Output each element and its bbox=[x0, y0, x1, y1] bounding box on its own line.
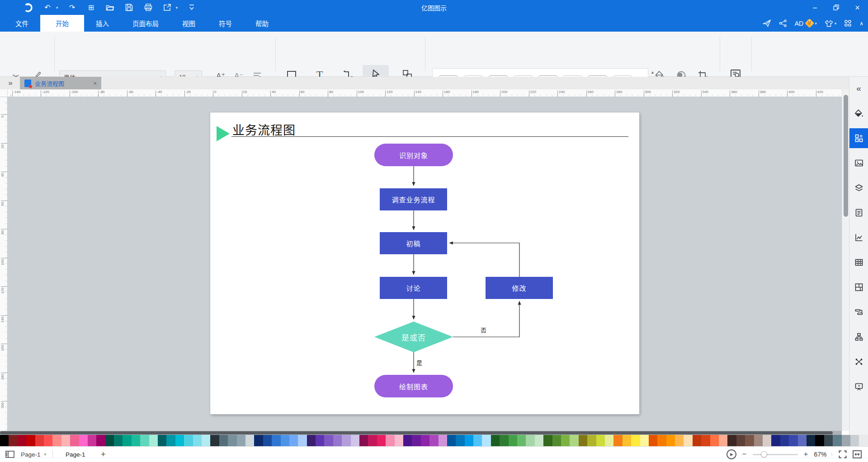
color-swatch[interactable] bbox=[535, 435, 543, 446]
color-swatch[interactable] bbox=[763, 435, 771, 446]
color-swatch[interactable] bbox=[88, 435, 96, 446]
color-swatch[interactable] bbox=[807, 435, 815, 446]
sidebar-collapse-icon[interactable]: « bbox=[849, 79, 868, 98]
color-swatch[interactable] bbox=[403, 435, 412, 446]
close-button[interactable]: × bbox=[847, 0, 868, 15]
collapse-ribbon-icon[interactable]: ∧ bbox=[859, 21, 863, 26]
flowchart-node[interactable]: 修改 bbox=[486, 277, 553, 299]
undo-icon[interactable]: ↶ bbox=[42, 3, 52, 13]
color-swatch[interactable] bbox=[359, 435, 368, 446]
color-swatch[interactable] bbox=[52, 435, 61, 446]
horizontal-scrollbar[interactable] bbox=[0, 431, 842, 435]
sidebar-layers-icon[interactable] bbox=[849, 178, 868, 198]
canvas-page[interactable]: 业务流程图 识别对象调查业务流程 bbox=[210, 112, 639, 414]
color-swatch[interactable] bbox=[395, 435, 403, 446]
color-swatch[interactable] bbox=[351, 435, 359, 446]
color-swatch[interactable] bbox=[666, 435, 675, 446]
color-swatch[interactable] bbox=[815, 435, 824, 446]
color-swatch[interactable] bbox=[587, 435, 596, 446]
color-swatch[interactable] bbox=[745, 435, 754, 446]
color-swatch[interactable] bbox=[561, 435, 570, 446]
theme-switch[interactable]: ▾ bbox=[825, 20, 837, 27]
color-swatch[interactable] bbox=[114, 435, 123, 446]
color-swatch[interactable] bbox=[429, 435, 438, 446]
color-swatch[interactable] bbox=[202, 435, 210, 446]
minimize-button[interactable]: – bbox=[804, 0, 826, 15]
fullscreen-icon[interactable] bbox=[839, 450, 847, 458]
color-swatch[interactable] bbox=[727, 435, 736, 446]
color-swatch[interactable] bbox=[543, 435, 552, 446]
color-swatch[interactable] bbox=[79, 435, 88, 446]
sidebar-image-icon[interactable] bbox=[849, 153, 868, 173]
color-swatch[interactable] bbox=[219, 435, 228, 446]
color-swatch[interactable] bbox=[210, 435, 219, 446]
color-swatch[interactable] bbox=[298, 435, 307, 446]
gallery-up-icon[interactable]: ▲ bbox=[651, 70, 655, 75]
color-swatch[interactable] bbox=[526, 435, 534, 446]
redo-icon[interactable]: ↷ bbox=[67, 3, 77, 13]
menu-tab[interactable]: 帮助 bbox=[244, 15, 280, 32]
color-swatch[interactable] bbox=[605, 435, 613, 446]
menu-tab[interactable]: 视图 bbox=[170, 15, 207, 32]
color-swatch[interactable] bbox=[780, 435, 789, 446]
restore-button[interactable] bbox=[826, 0, 847, 15]
color-swatch[interactable] bbox=[710, 435, 719, 446]
color-swatch[interactable] bbox=[439, 435, 447, 446]
color-swatch[interactable] bbox=[789, 435, 797, 446]
color-swatch[interactable] bbox=[736, 435, 745, 446]
color-swatch[interactable] bbox=[465, 435, 473, 446]
color-swatch[interactable] bbox=[473, 435, 482, 446]
page-tab[interactable]: Page-1 bbox=[59, 451, 92, 458]
presentation-play-button[interactable]: ▶ bbox=[726, 449, 736, 459]
color-swatch[interactable] bbox=[421, 435, 429, 446]
color-swatch[interactable] bbox=[184, 435, 193, 446]
flowchart-node[interactable]: 识别对象 bbox=[374, 144, 453, 166]
save-icon[interactable] bbox=[124, 3, 134, 13]
sidebar-merge-icon[interactable] bbox=[849, 352, 868, 372]
sidebar-presentation-icon[interactable] bbox=[849, 377, 868, 397]
color-swatch[interactable] bbox=[96, 435, 105, 446]
zoom-in-button[interactable]: + bbox=[804, 450, 808, 459]
color-swatch[interactable] bbox=[237, 435, 245, 446]
color-swatch[interactable] bbox=[35, 435, 44, 446]
sidebar-floorplan-icon[interactable] bbox=[849, 277, 868, 297]
account-upgrade[interactable]: AD V ▾ bbox=[795, 20, 817, 27]
color-swatch[interactable] bbox=[456, 435, 464, 446]
color-swatch[interactable] bbox=[44, 435, 52, 446]
vertical-scrollbar[interactable] bbox=[842, 89, 849, 431]
sidebar-fill-icon[interactable] bbox=[849, 103, 868, 123]
color-swatch[interactable] bbox=[272, 435, 280, 446]
color-swatch[interactable] bbox=[368, 435, 377, 446]
color-swatch[interactable] bbox=[824, 435, 833, 446]
tab-overflow-icon[interactable]: » bbox=[0, 77, 20, 89]
export-caret-icon[interactable]: ▾ bbox=[176, 5, 178, 10]
zoom-level[interactable]: 67% bbox=[814, 451, 826, 458]
color-swatch[interactable] bbox=[719, 435, 727, 446]
sidebar-notes-icon[interactable] bbox=[849, 203, 868, 223]
color-swatch[interactable] bbox=[254, 435, 263, 446]
open-file-icon[interactable] bbox=[105, 3, 115, 13]
color-swatch[interactable] bbox=[693, 435, 701, 446]
color-swatch[interactable] bbox=[684, 435, 692, 446]
color-swatch[interactable] bbox=[123, 435, 131, 446]
color-swatch[interactable] bbox=[193, 435, 202, 446]
add-page-button[interactable]: + bbox=[101, 449, 106, 459]
zoom-caret-icon[interactable]: ▾ bbox=[830, 452, 833, 457]
color-swatch[interactable] bbox=[833, 435, 841, 446]
edge-label-no[interactable]: 否 bbox=[481, 326, 486, 334]
color-swatch[interactable] bbox=[640, 435, 649, 446]
color-swatch[interactable] bbox=[70, 435, 79, 446]
color-swatch[interactable] bbox=[149, 435, 158, 446]
sidebar-table-icon[interactable] bbox=[849, 252, 868, 272]
sidebar-chart-icon[interactable] bbox=[849, 228, 868, 247]
color-swatch[interactable] bbox=[18, 435, 26, 446]
color-swatch[interactable] bbox=[289, 435, 298, 446]
color-swatch[interactable] bbox=[166, 435, 175, 446]
menu-tab[interactable]: 开始 bbox=[40, 15, 84, 32]
color-swatch[interactable] bbox=[263, 435, 272, 446]
color-swatch[interactable] bbox=[859, 435, 868, 446]
flowchart-node[interactable]: 调查业务流程 bbox=[380, 188, 447, 210]
color-swatch[interactable] bbox=[386, 435, 394, 446]
color-swatch[interactable] bbox=[482, 435, 491, 446]
color-swatch[interactable] bbox=[26, 435, 35, 446]
